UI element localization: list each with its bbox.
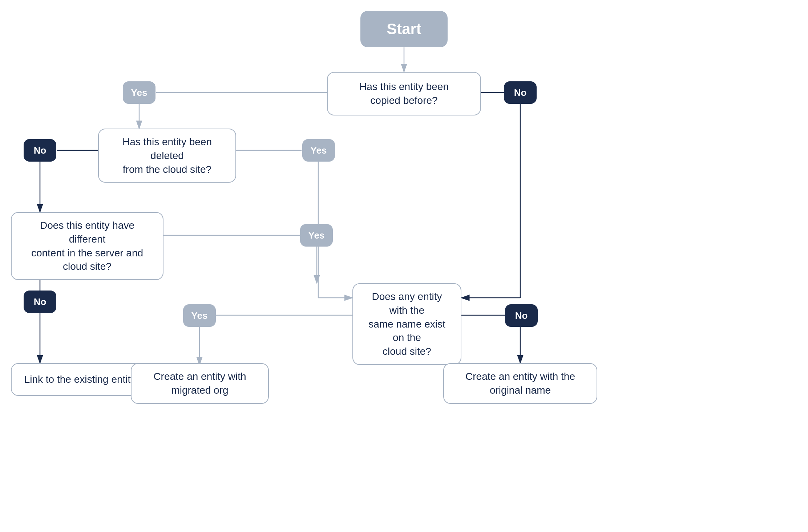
yes1-badge: Yes — [123, 81, 155, 104]
q3-label: Does this entity have different content … — [20, 219, 154, 273]
start-node: Start — [360, 11, 448, 47]
r1-label: Link to the existing entity — [24, 373, 136, 386]
yes3-label: Yes — [308, 230, 325, 241]
no4-badge: No — [505, 304, 538, 327]
yes4-label: Yes — [191, 310, 208, 321]
r3-node: Create an entity with the original name — [443, 363, 597, 404]
start-label: Start — [387, 20, 421, 38]
q3-node: Does this entity have different content … — [11, 212, 163, 280]
r2-node: Create an entity with migrated org — [131, 363, 269, 404]
no2-label: No — [34, 145, 47, 156]
yes3-badge: Yes — [300, 224, 333, 247]
r1-node: Link to the existing entity — [11, 363, 149, 396]
r2-label: Create an entity with migrated org — [140, 370, 259, 397]
q4-label: Does any entity with the same name exist… — [362, 290, 452, 358]
q1-label: Has this entity been copied before? — [359, 80, 449, 107]
no3-badge: No — [24, 291, 56, 313]
flowchart: Start Has this entity been copied before… — [0, 0, 808, 532]
q2-label: Has this entity been deleted from the cl… — [108, 135, 227, 176]
r3-label: Create an entity with the original name — [453, 370, 588, 397]
q2-node: Has this entity been deleted from the cl… — [98, 129, 236, 183]
yes4-badge: Yes — [183, 304, 216, 327]
q4-node: Does any entity with the same name exist… — [352, 283, 461, 365]
no2-badge: No — [24, 139, 56, 162]
no4-label: No — [515, 310, 528, 321]
q1-node: Has this entity been copied before? — [327, 72, 481, 115]
yes1-label: Yes — [131, 87, 148, 98]
no3-label: No — [34, 296, 47, 308]
yes2-badge: Yes — [302, 139, 335, 162]
yes2-label: Yes — [311, 145, 327, 156]
no1-badge: No — [504, 81, 537, 104]
no1-label: No — [514, 87, 527, 98]
